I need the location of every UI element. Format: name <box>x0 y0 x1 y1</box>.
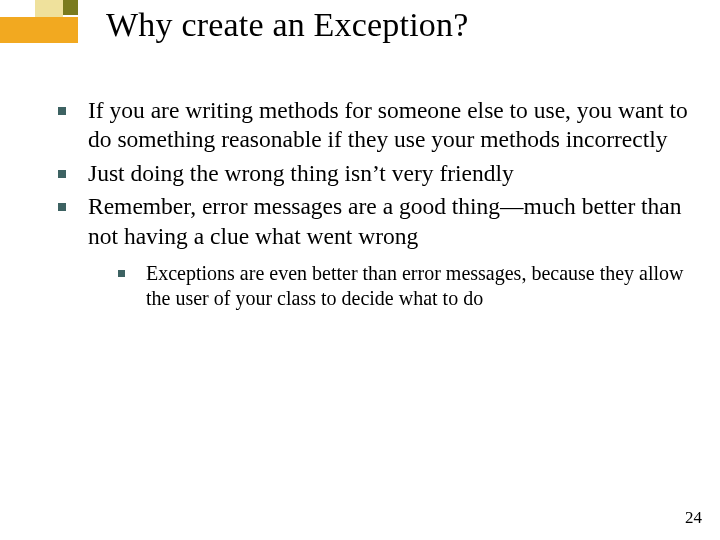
bullet-text: Exceptions are even better than error me… <box>146 262 684 309</box>
sub-bullet-list: Exceptions are even better than error me… <box>88 261 690 311</box>
bullet-text: If you are writing methods for someone e… <box>88 97 688 152</box>
slide-body: If you are writing methods for someone e… <box>30 96 690 315</box>
list-item: Remember, error messages are a good thin… <box>30 192 690 311</box>
slide: Why create an Exception? If you are writ… <box>0 0 720 540</box>
decor-block-orange <box>0 17 78 43</box>
slide-title: Why create an Exception? <box>106 6 469 44</box>
bullet-list: If you are writing methods for someone e… <box>30 96 690 311</box>
bullet-text: Remember, error messages are a good thin… <box>88 193 682 248</box>
list-item: Exceptions are even better than error me… <box>88 261 690 311</box>
list-item: Just doing the wrong thing isn’t very fr… <box>30 159 690 188</box>
list-item: If you are writing methods for someone e… <box>30 96 690 155</box>
page-number: 24 <box>685 508 702 528</box>
bullet-text: Just doing the wrong thing isn’t very fr… <box>88 160 514 186</box>
decor-block-olive <box>63 0 78 15</box>
